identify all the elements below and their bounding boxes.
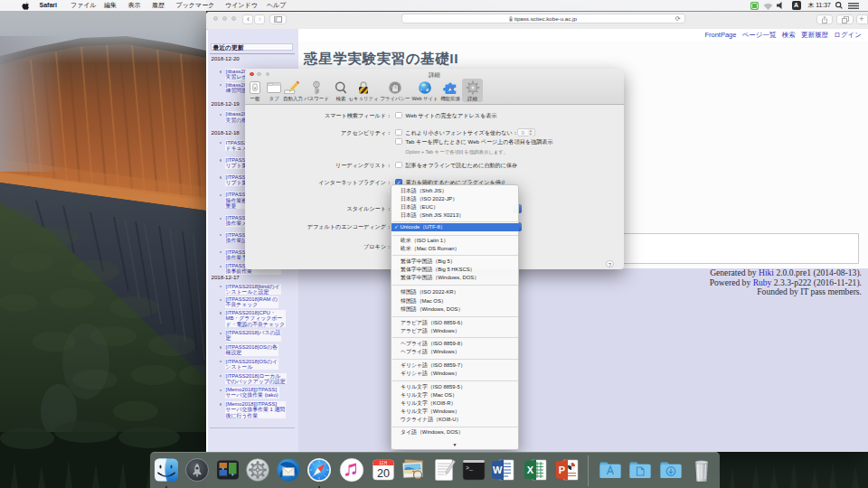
svg-text:W: W — [493, 465, 503, 475]
svg-text:>_: >_ — [466, 465, 473, 472]
svg-text:P: P — [558, 465, 564, 475]
svg-text:X: X — [527, 465, 534, 475]
svg-text:20: 20 — [377, 467, 390, 480]
